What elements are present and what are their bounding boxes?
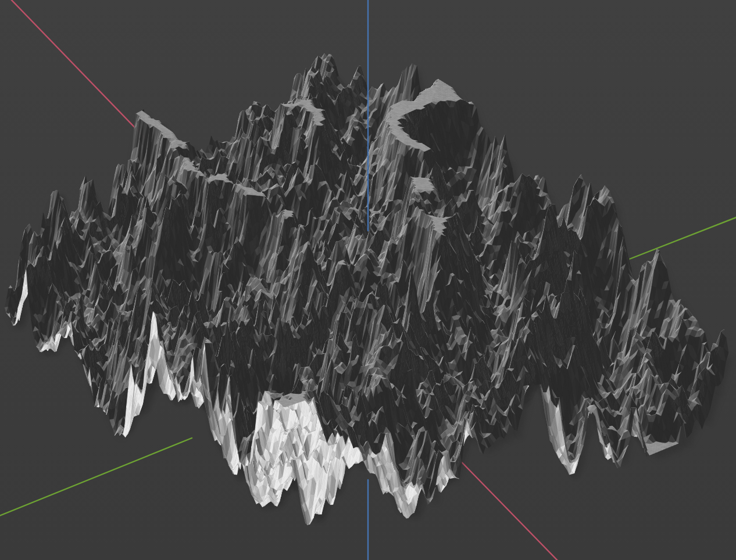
terrain-mesh[interactable]	[0, 0, 736, 560]
3d-viewport[interactable]	[0, 0, 736, 560]
